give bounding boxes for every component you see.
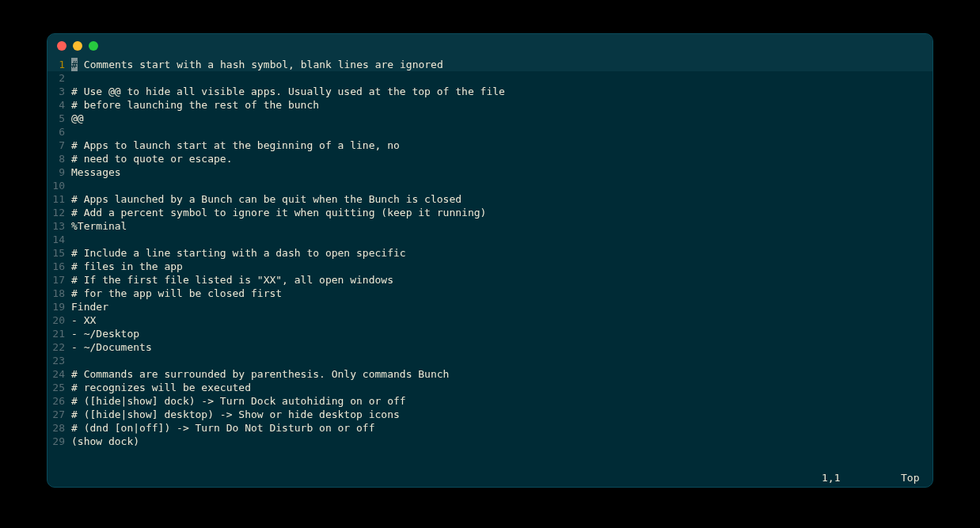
line-text: # ([hide|show] desktop) -> Show or hide … xyxy=(70,408,400,421)
line-text: # (dnd [on|off]) -> Turn Do Not Disturb … xyxy=(70,421,375,435)
line-text xyxy=(70,354,71,367)
line-text xyxy=(70,125,71,139)
line-number: 2 xyxy=(47,71,70,85)
status-bar: 1,1 Top xyxy=(47,469,933,487)
minimize-icon[interactable] xyxy=(73,41,82,51)
line-text xyxy=(70,179,71,192)
line-text: # for the app will be closed first xyxy=(70,287,282,300)
line-text: # ([hide|show] dock) -> Turn Dock autohi… xyxy=(70,394,406,408)
line-text: Messages xyxy=(70,165,121,179)
editor-line[interactable]: 13%Terminal xyxy=(47,219,933,233)
line-number: 27 xyxy=(47,408,70,421)
line-number: 12 xyxy=(47,206,70,219)
line-number: 10 xyxy=(47,179,70,192)
line-number: 6 xyxy=(47,125,70,139)
line-number: 5 xyxy=(47,112,70,125)
line-text: # recognizes will be executed xyxy=(70,381,251,394)
line-number: 16 xyxy=(47,260,70,273)
editor-line[interactable]: 25# recognizes will be executed xyxy=(47,381,933,394)
line-number: 7 xyxy=(47,139,70,152)
line-text: # Commands are surrounded by parenthesis… xyxy=(70,367,449,381)
editor-line[interactable]: 24# Commands are surrounded by parenthes… xyxy=(47,367,933,381)
line-number: 29 xyxy=(47,435,70,448)
line-text: # Comments start with a hash symbol, bla… xyxy=(70,58,443,71)
line-text: # Use @@ to hide all visible apps. Usual… xyxy=(70,85,505,98)
line-number: 4 xyxy=(47,98,70,112)
editor-line[interactable]: 8# need to quote or escape. xyxy=(47,152,933,165)
line-number: 14 xyxy=(47,233,70,246)
line-number: 3 xyxy=(47,85,70,98)
line-text: # files in the app xyxy=(70,260,183,273)
editor-line[interactable]: 7# Apps to launch start at the beginning… xyxy=(47,139,933,152)
editor-line[interactable]: 12# Add a percent symbol to ignore it wh… xyxy=(47,206,933,219)
scroll-position: Top xyxy=(901,471,925,482)
line-number: 24 xyxy=(47,367,70,381)
line-number: 9 xyxy=(47,165,70,179)
editor-line[interactable]: 29(show dock) xyxy=(47,435,933,448)
editor-line[interactable]: 1# Comments start with a hash symbol, bl… xyxy=(47,58,933,71)
editor-line[interactable]: 20- XX xyxy=(47,313,933,327)
editor-line[interactable]: 17# If the first file listed is "XX", al… xyxy=(47,273,933,287)
line-text: Finder xyxy=(70,300,108,313)
editor-line[interactable]: 11# Apps launched by a Bunch can be quit… xyxy=(47,192,933,206)
line-number: 28 xyxy=(47,421,70,435)
line-text: # before launching the rest of the bunch xyxy=(70,98,319,112)
line-text: - ~/Desktop xyxy=(70,327,139,340)
line-number: 25 xyxy=(47,381,70,394)
line-number: 23 xyxy=(47,354,70,367)
editor-line[interactable]: 6 xyxy=(47,125,933,139)
editor-line[interactable]: 23 xyxy=(47,354,933,367)
line-number: 21 xyxy=(47,327,70,340)
line-text: # If the first file listed is "XX", all … xyxy=(70,273,393,287)
line-number: 17 xyxy=(47,273,70,287)
editor-line[interactable]: 26# ([hide|show] dock) -> Turn Dock auto… xyxy=(47,394,933,408)
editor-line[interactable]: 4# before launching the rest of the bunc… xyxy=(47,98,933,112)
editor-line[interactable]: 18# for the app will be closed first xyxy=(47,287,933,300)
line-text: # Add a percent symbol to ignore it when… xyxy=(70,206,486,219)
line-text: - XX xyxy=(70,313,96,327)
editor-line[interactable]: 19Finder xyxy=(47,300,933,313)
line-number: 18 xyxy=(47,287,70,300)
line-text: # Include a line starting with a dash to… xyxy=(70,246,406,260)
line-number: 8 xyxy=(47,152,70,165)
line-text: # need to quote or escape. xyxy=(70,152,233,165)
line-number: 15 xyxy=(47,246,70,260)
line-number: 1 xyxy=(47,58,70,71)
line-text: - ~/Documents xyxy=(70,340,152,354)
line-text: %Terminal xyxy=(70,219,127,233)
editor-line[interactable]: 27# ([hide|show] desktop) -> Show or hid… xyxy=(47,408,933,421)
line-number: 20 xyxy=(47,313,70,327)
line-text: (show dock) xyxy=(70,435,139,448)
editor-content[interactable]: 1# Comments start with a hash symbol, bl… xyxy=(47,58,933,469)
terminal-window: 1# Comments start with a hash symbol, bl… xyxy=(47,33,933,488)
editor-line[interactable]: 21- ~/Desktop xyxy=(47,327,933,340)
editor-line[interactable]: 2 xyxy=(47,71,933,85)
line-text: # Apps launched by a Bunch can be quit w… xyxy=(70,192,462,206)
line-text xyxy=(70,233,71,246)
editor-line[interactable]: 28# (dnd [on|off]) -> Turn Do Not Distur… xyxy=(47,421,933,435)
editor-line[interactable]: 9Messages xyxy=(47,165,933,179)
maximize-icon[interactable] xyxy=(89,41,98,51)
editor-line[interactable]: 5@@ xyxy=(47,112,933,125)
line-number: 22 xyxy=(47,340,70,354)
editor-line[interactable]: 15# Include a line starting with a dash … xyxy=(47,246,933,260)
editor-line[interactable]: 14 xyxy=(47,233,933,246)
line-number: 13 xyxy=(47,219,70,233)
line-number: 11 xyxy=(47,192,70,206)
line-number: 19 xyxy=(47,300,70,313)
editor-line[interactable]: 10 xyxy=(47,179,933,192)
line-number: 26 xyxy=(47,394,70,408)
editor-line[interactable]: 16# files in the app xyxy=(47,260,933,273)
editor-line[interactable]: 22- ~/Documents xyxy=(47,340,933,354)
line-text xyxy=(70,71,71,85)
title-bar xyxy=(47,34,933,58)
line-text: # Apps to launch start at the beginning … xyxy=(70,139,400,152)
close-icon[interactable] xyxy=(57,41,66,51)
line-text: @@ xyxy=(70,112,84,125)
cursor: # xyxy=(71,58,78,71)
cursor-position: 1,1 xyxy=(822,471,853,482)
editor-line[interactable]: 3# Use @@ to hide all visible apps. Usua… xyxy=(47,85,933,98)
